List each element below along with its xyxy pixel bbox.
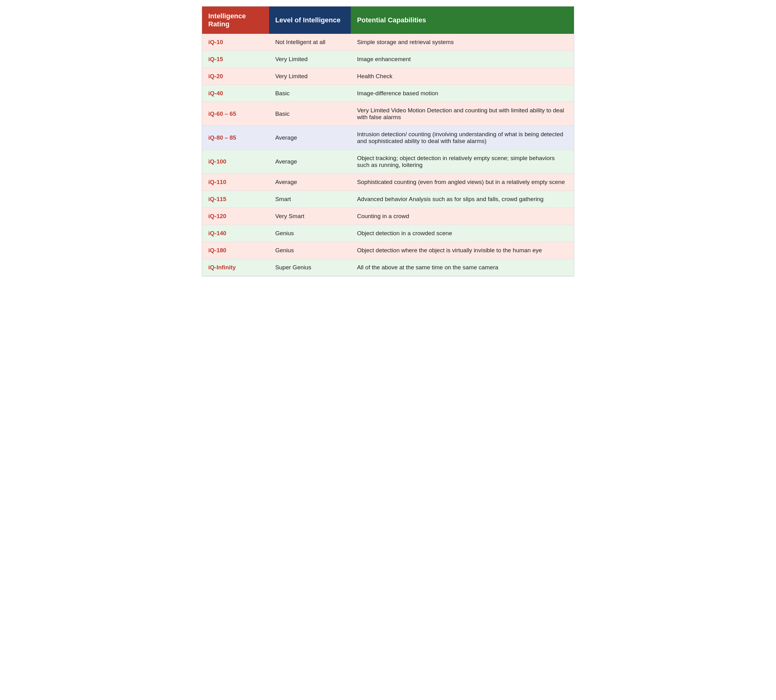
- cell-rating: iQ-80 – 85: [202, 126, 269, 150]
- table-row: iQ-100AverageObject tracking; object det…: [202, 150, 574, 174]
- cell-level: Average: [269, 150, 351, 174]
- cell-rating: iQ-40: [202, 85, 269, 102]
- cell-level: Genius: [269, 242, 351, 259]
- cell-level: Super Genius: [269, 259, 351, 276]
- cell-capabilities: Image enhancement: [351, 51, 574, 68]
- cell-level: Very Limited: [269, 68, 351, 85]
- table-row: iQ-10Not Intelligent at allSimple storag…: [202, 34, 574, 51]
- cell-rating: iQ-120: [202, 208, 269, 225]
- table-row: iQ-20Very LimitedHealth Check: [202, 68, 574, 85]
- table-row: iQ-15Very LimitedImage enhancement: [202, 51, 574, 68]
- cell-capabilities: Very Limited Video Motion Detection and …: [351, 102, 574, 126]
- cell-rating: iQ-140: [202, 225, 269, 242]
- header-level: Level of Intelligence: [269, 7, 351, 34]
- cell-level: Not Intelligent at all: [269, 34, 351, 51]
- cell-level: Basic: [269, 102, 351, 126]
- header-rating: Intelligence Rating: [202, 7, 269, 34]
- table-row: iQ-140GeniusObject detection in a crowde…: [202, 225, 574, 242]
- cell-capabilities: Object tracking; object detection in rel…: [351, 150, 574, 174]
- cell-capabilities: Image-difference based motion: [351, 85, 574, 102]
- cell-capabilities: Intrusion detection/ counting (involving…: [351, 126, 574, 150]
- table-header-row: Intelligence Rating Level of Intelligenc…: [202, 7, 574, 34]
- cell-capabilities: Counting in a crowd: [351, 208, 574, 225]
- cell-rating: iQ-60 – 65: [202, 102, 269, 126]
- table-row: iQ-80 – 85AverageIntrusion detection/ co…: [202, 126, 574, 150]
- table-row: iQ-40BasicImage-difference based motion: [202, 85, 574, 102]
- table-row: iQ-InfinitySuper GeniusAll of the above …: [202, 259, 574, 276]
- cell-capabilities: Object detection in a crowded scene: [351, 225, 574, 242]
- cell-rating: iQ-110: [202, 174, 269, 191]
- table-row: iQ-60 – 65BasicVery Limited Video Motion…: [202, 102, 574, 126]
- cell-level: Smart: [269, 191, 351, 208]
- cell-capabilities: Object detection where the object is vir…: [351, 242, 574, 259]
- cell-capabilities: Sophisticated counting (even from angled…: [351, 174, 574, 191]
- cell-rating: iQ-10: [202, 34, 269, 51]
- cell-level: Average: [269, 126, 351, 150]
- cell-rating: iQ-180: [202, 242, 269, 259]
- cell-rating: iQ-15: [202, 51, 269, 68]
- cell-rating: iQ-100: [202, 150, 269, 174]
- cell-rating: iQ-20: [202, 68, 269, 85]
- table-row: iQ-120Very SmartCounting in a crowd: [202, 208, 574, 225]
- table-row: iQ-115SmartAdvanced behavior Analysis su…: [202, 191, 574, 208]
- cell-capabilities: Simple storage and retrieval systems: [351, 34, 574, 51]
- cell-capabilities: Advanced behavior Analysis such as for s…: [351, 191, 574, 208]
- cell-capabilities: Health Check: [351, 68, 574, 85]
- cell-level: Average: [269, 174, 351, 191]
- cell-level: Basic: [269, 85, 351, 102]
- cell-level: Very Limited: [269, 51, 351, 68]
- table-row: iQ-180GeniusObject detection where the o…: [202, 242, 574, 259]
- cell-capabilities: All of the above at the same time on the…: [351, 259, 574, 276]
- intelligence-table: Intelligence Rating Level of Intelligenc…: [202, 6, 574, 277]
- cell-rating: iQ-Infinity: [202, 259, 269, 276]
- cell-level: Very Smart: [269, 208, 351, 225]
- header-capabilities: Potential Capabilities: [351, 7, 574, 34]
- table-row: iQ-110AverageSophisticated counting (eve…: [202, 174, 574, 191]
- cell-rating: iQ-115: [202, 191, 269, 208]
- cell-level: Genius: [269, 225, 351, 242]
